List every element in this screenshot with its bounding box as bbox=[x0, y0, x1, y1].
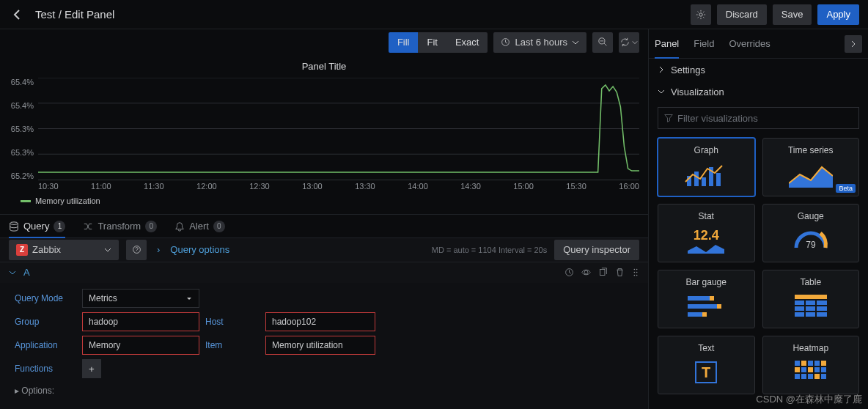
svg-rect-38 bbox=[806, 312, 815, 317]
svg-rect-44 bbox=[808, 361, 813, 366]
settings-section[interactable]: Settings bbox=[649, 59, 868, 81]
host-input[interactable] bbox=[265, 312, 375, 331]
copy-query-icon[interactable] bbox=[598, 268, 608, 277]
svg-point-14 bbox=[634, 272, 636, 273]
svg-rect-30 bbox=[795, 295, 827, 299]
exact-button[interactable]: Exact bbox=[446, 32, 488, 53]
functions-label: Functions bbox=[9, 364, 82, 374]
svg-rect-11 bbox=[600, 270, 605, 276]
group-label: Group bbox=[9, 317, 82, 327]
visualization-section[interactable]: Visualization bbox=[649, 81, 868, 103]
chart-title: Panel Title bbox=[9, 58, 639, 78]
tab-query[interactable]: Query 1 bbox=[9, 215, 65, 237]
time-range-picker[interactable]: Last 6 hours bbox=[493, 32, 586, 53]
datasource-selector[interactable]: Z Zabbix bbox=[9, 240, 119, 260]
x-tick: 13:30 bbox=[355, 182, 375, 195]
refresh-button[interactable] bbox=[619, 32, 639, 53]
toggle-query-icon[interactable] bbox=[581, 268, 591, 277]
query-inspector-button[interactable]: Query inspector bbox=[554, 240, 639, 260]
item-input[interactable] bbox=[265, 336, 375, 355]
fill-mode-group: Fill Fit Exact bbox=[389, 32, 488, 53]
delete-query-icon[interactable] bbox=[615, 268, 625, 277]
svg-rect-37 bbox=[795, 312, 804, 317]
svg-rect-20 bbox=[702, 177, 706, 186]
y-tick: 65.3% bbox=[9, 148, 34, 157]
y-tick: 65.4% bbox=[9, 101, 34, 110]
x-tick: 14:00 bbox=[408, 182, 428, 195]
viz-gauge[interactable]: Gauge 79 bbox=[762, 204, 860, 262]
svg-point-12 bbox=[634, 269, 636, 270]
svg-point-10 bbox=[584, 271, 588, 275]
query-md-info: MD = auto = 1104 Interval = 20s bbox=[432, 246, 547, 254]
expand-panel-button[interactable] bbox=[845, 35, 862, 53]
x-tick: 15:00 bbox=[513, 182, 534, 195]
group-input[interactable] bbox=[82, 312, 199, 331]
svg-rect-31 bbox=[795, 301, 804, 305]
discard-button[interactable]: Discard bbox=[717, 4, 767, 25]
time-range-label: Last 6 hours bbox=[515, 37, 567, 48]
query-mode-label: Query Mode bbox=[9, 293, 82, 303]
viz-heatmap[interactable]: Heatmap bbox=[762, 336, 860, 394]
svg-rect-42 bbox=[795, 361, 800, 366]
svg-rect-52 bbox=[795, 374, 800, 379]
viz-graph[interactable]: Graph bbox=[658, 138, 755, 196]
viz-text[interactable]: Text T bbox=[658, 336, 755, 394]
tab-panel[interactable]: Panel bbox=[655, 29, 679, 58]
viz-stat[interactable]: Stat 12.4 bbox=[658, 204, 755, 262]
apply-button[interactable]: Apply bbox=[817, 4, 859, 25]
x-tick: 12:00 bbox=[196, 182, 217, 195]
duplicate-query-icon[interactable] bbox=[564, 268, 574, 277]
application-input[interactable] bbox=[82, 336, 199, 355]
filter-visualizations-input[interactable]: Filter visualizations bbox=[658, 107, 859, 129]
x-tick: 12:30 bbox=[249, 182, 270, 195]
fit-button[interactable]: Fit bbox=[418, 32, 446, 53]
legend-label: Memory utilization bbox=[35, 196, 100, 205]
svg-rect-49 bbox=[808, 367, 813, 372]
svg-text:T: T bbox=[702, 364, 710, 380]
svg-rect-34 bbox=[795, 306, 804, 311]
query-options-link[interactable]: Query options bbox=[170, 244, 229, 255]
database-icon bbox=[9, 221, 19, 232]
tab-field[interactable]: Field bbox=[694, 29, 714, 58]
clock-icon bbox=[501, 37, 510, 47]
item-label: Item bbox=[199, 340, 265, 350]
viz-timeseries[interactable]: Time series Beta bbox=[762, 138, 860, 196]
x-tick: 15:30 bbox=[566, 182, 586, 195]
chevron-down-icon bbox=[104, 246, 111, 254]
bell-icon bbox=[174, 221, 185, 232]
save-button[interactable]: Save bbox=[773, 4, 812, 25]
transform-icon bbox=[83, 221, 93, 232]
svg-rect-55 bbox=[814, 374, 820, 379]
svg-point-0 bbox=[699, 12, 702, 15]
viz-table[interactable]: Table bbox=[762, 270, 860, 328]
zoom-out-button[interactable] bbox=[592, 32, 613, 53]
x-tick: 16:00 bbox=[619, 182, 639, 195]
svg-rect-51 bbox=[821, 367, 826, 372]
svg-rect-24 bbox=[688, 296, 710, 301]
datasource-help-button[interactable] bbox=[126, 240, 147, 260]
drag-handle-icon[interactable] bbox=[632, 268, 639, 277]
legend-swatch bbox=[21, 200, 31, 202]
svg-point-13 bbox=[636, 269, 638, 270]
tab-transform[interactable]: Transform 0 bbox=[83, 215, 157, 237]
svg-rect-22 bbox=[716, 173, 721, 186]
back-button[interactable] bbox=[9, 6, 26, 23]
svg-rect-54 bbox=[808, 374, 813, 379]
y-tick: 65.3% bbox=[9, 125, 34, 133]
tab-alert[interactable]: Alert 0 bbox=[174, 215, 225, 237]
query-options-toggle[interactable]: ▸ Options: bbox=[9, 381, 639, 400]
viz-bargauge[interactable]: Bar gauge bbox=[658, 270, 755, 328]
alert-count-badge: 0 bbox=[213, 221, 225, 232]
tab-overrides[interactable]: Overrides bbox=[729, 29, 770, 58]
x-tick: 14:30 bbox=[460, 182, 481, 195]
add-function-button[interactable]: + bbox=[82, 359, 101, 378]
chevron-right-icon: › bbox=[157, 244, 160, 255]
chevron-down-icon[interactable] bbox=[9, 269, 16, 276]
settings-button[interactable] bbox=[691, 4, 711, 25]
fill-button[interactable]: Fill bbox=[389, 32, 419, 53]
query-mode-select[interactable]: Metrics bbox=[82, 289, 199, 308]
svg-rect-28 bbox=[688, 312, 702, 317]
svg-rect-56 bbox=[821, 374, 826, 379]
chart-legend[interactable]: Memory utilization bbox=[9, 195, 639, 208]
svg-rect-48 bbox=[801, 367, 806, 372]
